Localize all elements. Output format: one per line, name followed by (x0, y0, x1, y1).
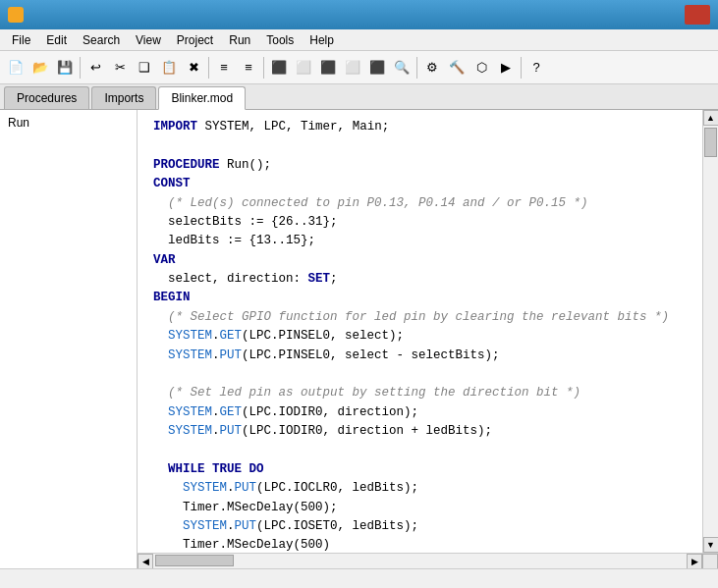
code-area[interactable]: IMPORT SYSTEM, LPC, Timer, Main; PROCEDU… (138, 110, 702, 553)
title-bar (0, 0, 718, 29)
maximize-button[interactable] (657, 5, 683, 25)
menu-item-edit[interactable]: Edit (38, 31, 75, 49)
sep5 (521, 57, 522, 79)
sep4 (416, 57, 417, 79)
minimize-button[interactable] (630, 5, 655, 25)
gear-btn[interactable]: ⚙ (420, 56, 444, 80)
menu-item-run[interactable]: Run (221, 31, 258, 49)
scroll-track (703, 126, 718, 537)
run1-btn[interactable]: ⬡ (469, 56, 493, 80)
sep1 (80, 57, 81, 79)
sep3 (263, 57, 264, 79)
tab-bar: ProceduresImportsBlinker.mod (0, 84, 718, 110)
box3-btn[interactable]: ⬛ (316, 56, 340, 80)
menu-item-file[interactable]: File (4, 31, 38, 49)
new-btn[interactable]: 📄 (4, 56, 28, 80)
run-btn[interactable]: ▶ (494, 56, 518, 80)
app-icon (8, 7, 24, 23)
tab-imports[interactable]: Imports (91, 86, 156, 109)
hscroll-thumb[interactable] (155, 555, 234, 566)
bottom-scroll-area: ◀ ▶ (138, 553, 718, 568)
menu-bar: FileEditSearchViewProjectRunToolsHelp (0, 29, 718, 51)
menu-item-help[interactable]: Help (302, 31, 342, 49)
scroll-up-button[interactable]: ▲ (703, 110, 719, 126)
scroll-left-button[interactable]: ◀ (138, 554, 153, 568)
menu-item-project[interactable]: Project (169, 31, 221, 49)
hscroll-track (153, 554, 687, 568)
status-bar (0, 568, 718, 588)
search-btn[interactable]: 🔍 (390, 56, 414, 80)
unindent-btn[interactable]: ≡ (237, 56, 260, 80)
tab-blinker-mod[interactable]: Blinker.mod (158, 86, 246, 110)
undo-btn[interactable]: ↩ (83, 56, 107, 80)
save-btn[interactable]: 💾 (53, 56, 77, 80)
indent-btn[interactable]: ≡ (212, 56, 236, 80)
open-btn[interactable]: 📂 (28, 56, 52, 80)
scroll-corner (702, 554, 718, 568)
build-btn[interactable]: 🔨 (445, 56, 469, 80)
delete-btn[interactable]: ✖ (182, 56, 205, 80)
menu-item-view[interactable]: View (128, 31, 169, 49)
tab-procedures[interactable]: Procedures (4, 86, 89, 109)
sep2 (208, 57, 209, 79)
scroll-thumb[interactable] (704, 128, 717, 157)
title-controls (630, 5, 710, 25)
main-area: Run IMPORT SYSTEM, LPC, Timer, Main; PRO… (0, 110, 718, 568)
vertical-scrollbar[interactable]: ▲ ▼ (702, 110, 718, 553)
sidebar: Run (0, 110, 138, 568)
title-bar-left (8, 7, 29, 23)
copy-btn[interactable]: ❑ (133, 56, 156, 80)
box4-btn[interactable]: ⬜ (341, 56, 364, 80)
menu-item-search[interactable]: Search (75, 31, 128, 49)
close-button[interactable] (685, 5, 710, 25)
editor-container: IMPORT SYSTEM, LPC, Timer, Main; PROCEDU… (138, 110, 718, 568)
scroll-down-button[interactable]: ▼ (703, 537, 719, 553)
box5-btn[interactable]: ⬛ (365, 56, 389, 80)
box2-btn[interactable]: ⬜ (292, 56, 315, 80)
scroll-right-button[interactable]: ▶ (687, 554, 702, 568)
editor-inner: IMPORT SYSTEM, LPC, Timer, Main; PROCEDU… (138, 110, 718, 553)
cut-btn[interactable]: ✂ (108, 56, 132, 80)
help-btn[interactable]: ? (525, 56, 548, 80)
toolbar: 📄📂💾↩✂❑📋✖≡≡⬛⬜⬛⬜⬛🔍⚙🔨⬡▶? (0, 51, 718, 84)
sidebar-item-run[interactable]: Run (0, 114, 137, 132)
box-btn[interactable]: ⬛ (267, 56, 291, 80)
menu-item-tools[interactable]: Tools (258, 31, 302, 49)
paste-btn[interactable]: 📋 (157, 56, 181, 80)
